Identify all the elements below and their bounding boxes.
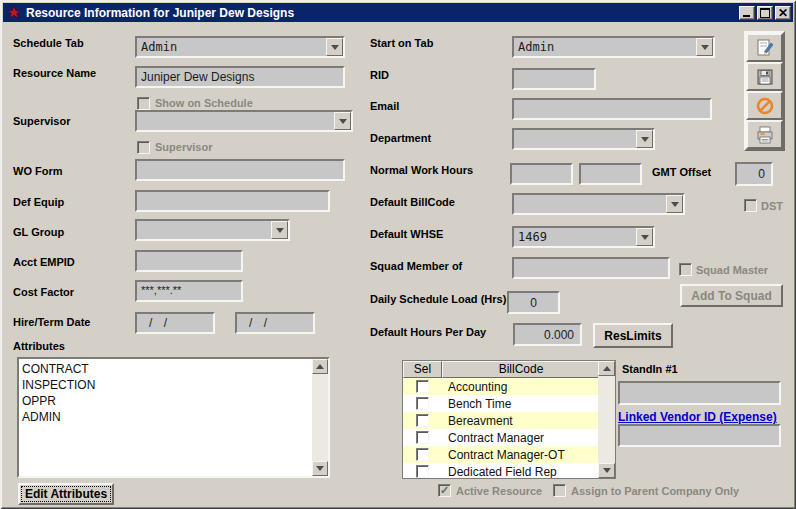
- linked-vendor-id-input[interactable]: [618, 424, 781, 447]
- chevron-down-icon[interactable]: [696, 38, 713, 56]
- def-equip-label: Def Equip: [13, 196, 64, 208]
- titlebar[interactable]: Resource Information for Juniper Dew Des…: [3, 3, 793, 22]
- hire-date-input[interactable]: / /: [135, 312, 215, 334]
- maximize-button[interactable]: [757, 6, 773, 20]
- billcode-checkbox[interactable]: [416, 380, 429, 393]
- work-hours-end-input[interactable]: [579, 163, 642, 185]
- start-on-tab-value: Admin: [518, 40, 554, 54]
- save-button[interactable]: [746, 62, 783, 91]
- wo-form-input[interactable]: [135, 159, 345, 181]
- cost-factor-label: Cost Factor: [13, 286, 74, 298]
- scroll-up-icon[interactable]: [312, 359, 328, 374]
- billcode-scrollbar[interactable]: [598, 361, 615, 478]
- active-resource-label: Active Resource: [456, 485, 542, 497]
- table-row[interactable]: Contract Manager-OT: [403, 446, 600, 463]
- daily-schedule-load-input[interactable]: 0: [507, 291, 560, 314]
- acct-empid-label: Acct EMPID: [13, 256, 75, 268]
- email-input[interactable]: [512, 98, 712, 120]
- supervisor-select[interactable]: [135, 110, 353, 132]
- minimize-button[interactable]: [739, 6, 755, 20]
- billcode-checkbox[interactable]: [416, 397, 429, 410]
- show-on-schedule-checkbox[interactable]: [137, 97, 150, 110]
- dst-checkbox[interactable]: [744, 199, 757, 212]
- table-header-sel[interactable]: Sel: [403, 361, 442, 378]
- squad-master-checkbox[interactable]: [679, 263, 692, 276]
- save-icon: [755, 67, 775, 87]
- assign-parent-checkbox[interactable]: [553, 484, 566, 497]
- billcode-name: Dedicated Field Rep: [448, 465, 557, 479]
- chevron-down-icon[interactable]: [326, 38, 343, 56]
- default-billcode-select[interactable]: [512, 193, 685, 215]
- billcode-checkbox[interactable]: [416, 448, 429, 461]
- chevron-down-icon[interactable]: [666, 195, 683, 213]
- default-whse-select[interactable]: 1469: [512, 226, 655, 248]
- daily-schedule-load-label: Daily Schedule Load (Hrs): [370, 293, 506, 305]
- schedule-tab-select[interactable]: Admin: [135, 36, 345, 58]
- default-billcode-label: Default BillCode: [370, 196, 455, 208]
- table-row[interactable]: Contract Manager: [403, 429, 600, 446]
- maximize-icon: [760, 8, 770, 18]
- reslimits-button[interactable]: ResLimits: [593, 323, 673, 348]
- resource-name-input[interactable]: Juniper Dew Designs: [135, 66, 345, 88]
- dst-label: DST: [761, 200, 783, 212]
- def-equip-input[interactable]: [135, 190, 330, 212]
- table-row[interactable]: Bereavment: [403, 412, 600, 429]
- gmt-offset-input[interactable]: 0: [735, 162, 773, 186]
- chevron-down-icon[interactable]: [636, 228, 653, 246]
- department-select[interactable]: [512, 128, 655, 150]
- default-hours-per-day-input[interactable]: 0.000: [513, 323, 582, 346]
- rid-label: RID: [370, 69, 389, 81]
- table-row[interactable]: Bench Time: [403, 395, 600, 412]
- show-on-schedule-label: Show on Schedule: [155, 97, 253, 109]
- work-hours-start-input[interactable]: [510, 163, 573, 185]
- edit-attributes-button[interactable]: Edit Attributes: [18, 483, 114, 505]
- schedule-tab-value: Admin: [141, 40, 177, 54]
- attributes-scrollbar[interactable]: [312, 359, 328, 476]
- edit-record-button[interactable]: [746, 33, 783, 62]
- chevron-down-icon[interactable]: [636, 130, 653, 148]
- list-item[interactable]: INSPECTION: [22, 377, 312, 393]
- scroll-down-icon[interactable]: [598, 463, 615, 478]
- list-item[interactable]: OPPR: [22, 393, 312, 409]
- active-resource-checkbox[interactable]: [438, 484, 451, 497]
- add-to-squad-button[interactable]: Add To Squad: [680, 284, 783, 307]
- supervisor-checkbox[interactable]: [137, 141, 150, 154]
- squad-member-of-input[interactable]: [512, 257, 670, 279]
- billcode-checkbox[interactable]: [416, 465, 429, 478]
- scroll-down-icon[interactable]: [312, 461, 328, 476]
- close-icon: ✕: [778, 8, 788, 18]
- billcode-checkbox[interactable]: [416, 431, 429, 444]
- attributes-listbox[interactable]: CONTRACT INSPECTION OPPR ADMIN: [17, 357, 330, 478]
- cancel-icon: [755, 96, 775, 116]
- schedule-tab-label: Schedule Tab: [13, 37, 84, 49]
- billcode-checkbox[interactable]: [416, 414, 429, 427]
- squad-master-label: Squad Master: [696, 264, 768, 276]
- list-item[interactable]: ADMIN: [22, 409, 312, 425]
- gl-group-select[interactable]: [135, 219, 290, 241]
- squad-member-of-label: Squad Member of: [370, 260, 462, 272]
- acct-empid-input[interactable]: [135, 250, 243, 272]
- term-date-input[interactable]: / /: [235, 312, 315, 334]
- linked-vendor-id-link[interactable]: Linked Vendor ID (Expense): [618, 410, 777, 424]
- cancel-button[interactable]: [746, 91, 783, 120]
- standin-input[interactable]: [618, 381, 781, 405]
- gl-group-label: GL Group: [13, 226, 64, 238]
- assign-parent-label: Assign to Parent Company Only: [571, 485, 739, 497]
- table-row[interactable]: Accounting: [403, 378, 600, 395]
- list-item[interactable]: CONTRACT: [22, 361, 312, 377]
- table-header-billcode[interactable]: BillCode: [442, 361, 600, 378]
- chevron-down-icon[interactable]: [271, 221, 288, 239]
- print-button[interactable]: [746, 120, 783, 149]
- close-button[interactable]: ✕: [775, 6, 791, 20]
- scroll-up-icon[interactable]: [598, 361, 615, 376]
- start-on-tab-select[interactable]: Admin: [512, 36, 715, 58]
- default-hours-per-day-label: Default Hours Per Day: [370, 326, 486, 338]
- table-row[interactable]: Dedicated Field Rep: [403, 463, 600, 478]
- normal-work-hours-label: Normal Work Hours: [370, 164, 473, 176]
- supervisor-checkbox-label: Supervisor: [155, 141, 212, 153]
- cost-factor-input[interactable]: ***,***.**: [135, 280, 243, 302]
- rid-input[interactable]: [512, 68, 596, 90]
- department-label: Department: [370, 132, 431, 144]
- billcode-name: Contract Manager: [448, 431, 544, 445]
- chevron-down-icon[interactable]: [334, 112, 351, 130]
